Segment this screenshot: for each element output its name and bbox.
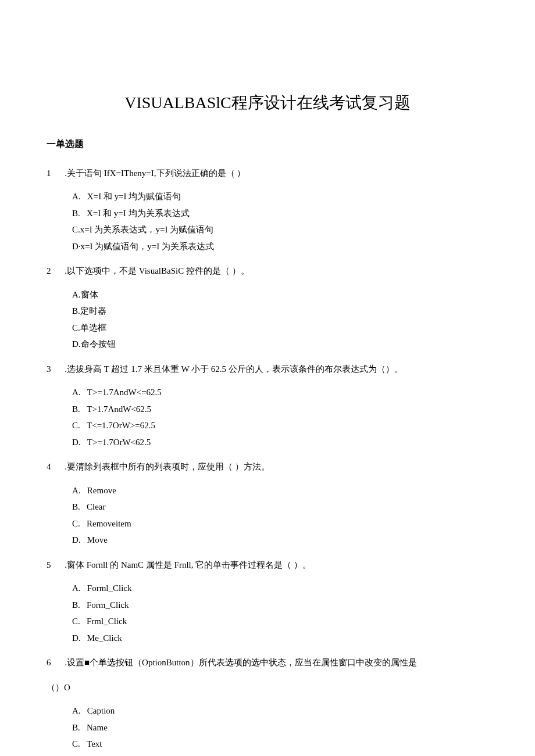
option-text: Forml_Click: [87, 580, 132, 597]
option-label: C.: [72, 417, 87, 434]
option-label: D·: [72, 238, 81, 255]
question-stem: 窗体 Fornll 的 NamC 属性是 Frnll, 它的单击事件过程名是（ …: [67, 557, 488, 574]
option-b: B. Name: [72, 719, 488, 736]
question-4: 4 . 要清除列表框中所有的列表项时，应使用（ ）方法。 A. Remove B…: [47, 458, 488, 549]
question-stem: 以下选项中，不是 VisualBaSiC 控件的是（ ）。: [67, 263, 488, 280]
question-stem-row: 6 . 设置■个单选按钮（OptionButton）所代表选项的选中状态，应当在…: [47, 654, 488, 671]
option-text: 窗体: [81, 286, 98, 303]
option-text: Value: [87, 753, 107, 756]
option-c: C.x=I 为关系表达式，y=I 为赋值语句: [72, 221, 488, 238]
option-text: Frml_Click: [87, 613, 127, 630]
option-label: B.: [72, 205, 87, 222]
question-3: 3 . 选拔身高 T 超过 1.7 米且体重 W 小于 62.5 公斤的人，表示…: [47, 361, 488, 451]
option-text: Name: [87, 719, 108, 736]
option-label: A.: [72, 482, 87, 499]
option-text: 命令按钮: [81, 336, 116, 353]
option-label: B.: [72, 401, 87, 418]
question-number: 2: [47, 263, 58, 280]
option-d: D.命令按钮: [72, 336, 488, 353]
option-text: X=I 和 y=I 均为关系表达式: [87, 205, 190, 222]
option-label: B.: [72, 303, 80, 320]
option-text: x=I 为关系表达式，y=I 为赋值语句: [80, 221, 213, 238]
option-text: x=I 为赋值语句，y=I 为关系表达式: [81, 238, 214, 255]
question-stem: 要清除列表框中所有的列表项时，应使用（ ）方法。: [67, 458, 488, 475]
question-stem-row: 5 . 窗体 Fornll 的 NamC 属性是 Frnll, 它的单击事件过程…: [47, 557, 488, 574]
question-stem-row: 4 . 要清除列表框中所有的列表项时，应使用（ ）方法。: [47, 458, 488, 475]
option-d: D·x=I 为赋值语句，y=I 为关系表达式: [72, 238, 488, 255]
option-text: T>1.7AndW<62.5: [87, 401, 151, 418]
option-a: A. T>=1.7AndW<=62.5: [72, 384, 488, 401]
option-a: A.窗体: [72, 286, 488, 303]
option-c: C. Frml_Click: [72, 613, 488, 630]
question-number: 5: [47, 557, 58, 574]
option-list: A. Forml_Click B. Form_Click C. Frml_Cli…: [47, 580, 488, 646]
option-text: Form_Click: [87, 597, 129, 614]
option-text: Caption: [87, 703, 115, 719]
question-stem-row: 1 . 关于语句 IfX=ITheny=I,下列说法正确的是（ ）: [47, 165, 488, 182]
question-stem: 关于语句 IfX=ITheny=I,下列说法正确的是（ ）: [67, 165, 488, 182]
question-dot: .: [58, 263, 67, 280]
option-d: D. Value: [72, 753, 488, 756]
option-b: B. Clear: [72, 499, 488, 515]
option-label: C.: [72, 613, 87, 630]
option-a: A. Remove: [72, 482, 488, 499]
option-label: C.: [72, 320, 80, 336]
option-c: C.单选框: [72, 320, 488, 336]
option-list: A. T>=1.7AndW<=62.5 B. T>1.7AndW<62.5 C.…: [47, 384, 488, 450]
question-dot: .: [58, 458, 67, 475]
question-dot: .: [58, 165, 67, 182]
option-label: D.: [72, 532, 87, 549]
option-text: T>=1.7OrW<62.5: [87, 434, 151, 451]
document-page: VISUALBASlC程序设计在线考试复习题 一单选题 1 . 关于语句 IfX…: [0, 0, 535, 756]
option-label: A.: [72, 703, 87, 719]
option-b: B.定时器: [72, 303, 488, 320]
option-list: A.窗体 B.定时器 C.单选框 D.命令按钮: [47, 286, 488, 353]
option-label: C.: [72, 736, 87, 753]
option-label: B.: [72, 499, 87, 515]
question-number: 6: [47, 654, 58, 671]
section-heading: 一单选题: [47, 135, 488, 153]
option-label: C.: [72, 221, 80, 238]
question-dot: .: [58, 654, 67, 671]
question-number: 4: [47, 458, 58, 475]
option-label: D.: [72, 434, 87, 451]
option-list: A. Remove B. Clear C. Removeitem D. Move: [47, 482, 488, 549]
option-c: C. Removeitem: [72, 515, 488, 532]
option-label: D.: [72, 630, 87, 647]
option-a: A. Caption: [72, 703, 488, 719]
option-c: C. Text: [72, 736, 488, 753]
question-stem: 选拔身高 T 超过 1.7 米且体重 W 小于 62.5 公斤的人，表示该条件的…: [67, 361, 488, 378]
option-c: C. T<=1.7OrW>=62.5: [72, 417, 488, 434]
question-stem-row: 3 . 选拔身高 T 超过 1.7 米且体重 W 小于 62.5 公斤的人，表示…: [47, 361, 488, 378]
option-d: D. Me_Click: [72, 630, 488, 647]
option-b: B. Form_Click: [72, 597, 488, 614]
option-list: A. X=I 和 y=I 均为赋值语句 B. X=I 和 y=I 均为关系表达式…: [47, 188, 488, 255]
question-stem-row: 2 . 以下选项中，不是 VisualBaSiC 控件的是（ ）。: [47, 263, 488, 280]
option-list: A. Caption B. Name C. Text D. Value: [47, 703, 488, 756]
option-b: B. X=I 和 y=I 均为关系表达式: [72, 205, 488, 222]
option-d: D. Move: [72, 532, 488, 549]
option-label: D.: [72, 753, 87, 756]
option-text: 单选框: [80, 320, 106, 336]
document-title: VISUALBASlC程序设计在线考试复习题: [47, 87, 488, 118]
option-label: A.: [72, 384, 87, 401]
question-6: 6 . 设置■个单选按钮（OptionButton）所代表选项的选中状态，应当在…: [47, 654, 488, 756]
option-label: D.: [72, 336, 81, 353]
question-5: 5 . 窗体 Fornll 的 NamC 属性是 Frnll, 它的单击事件过程…: [47, 557, 488, 647]
option-text: Removeitem: [87, 515, 131, 532]
option-text: Me_Click: [87, 630, 122, 647]
option-label: A.: [72, 580, 87, 597]
option-label: A.: [72, 188, 87, 205]
option-text: X=I 和 y=I 均为赋值语句: [87, 188, 181, 205]
option-text: Clear: [87, 499, 105, 515]
option-text: Move: [87, 532, 108, 549]
question-dot: .: [58, 361, 67, 378]
question-2: 2 . 以下选项中，不是 VisualBaSiC 控件的是（ ）。 A.窗体 B…: [47, 263, 488, 353]
option-b: B. T>1.7AndW<62.5: [72, 401, 488, 418]
option-label: B.: [72, 597, 87, 614]
option-text: 定时器: [80, 303, 106, 320]
option-a: A. Forml_Click: [72, 580, 488, 597]
question-dot: .: [58, 557, 67, 574]
option-label: B.: [72, 719, 87, 736]
question-number: 3: [47, 361, 58, 378]
